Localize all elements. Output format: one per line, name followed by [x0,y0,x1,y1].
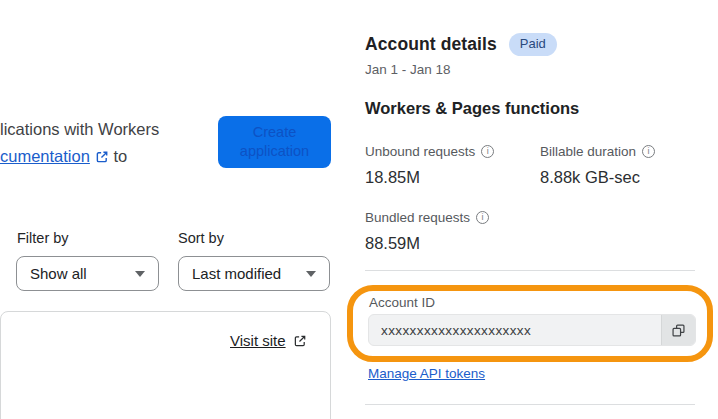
stat-label: Unbound requests [365,144,475,159]
functions-section-title: Workers & Pages functions [365,99,579,118]
intro-suffix: to [113,147,127,165]
date-range: Jan 1 - Jan 18 [365,62,451,77]
info-icon[interactable]: i [642,145,655,158]
intro-line1: lications with Workers [0,120,159,138]
stat-unbound-requests: Unbound requests i 18.85M [365,144,540,187]
account-id-input[interactable] [369,315,661,345]
stat-label: Bundled requests [365,210,470,225]
account-id-label: Account ID [369,295,435,310]
info-icon[interactable]: i [481,145,494,158]
divider [365,270,695,271]
info-icon[interactable]: i [476,211,489,224]
documentation-link[interactable]: cumentation [0,147,90,165]
project-card [0,311,331,419]
filter-by-label: Filter by [17,230,69,246]
stat-label: Billable duration [540,144,636,159]
visit-site-label: Visit site [230,332,286,349]
external-link-icon [293,334,307,348]
divider [365,404,695,405]
account-id-field-group [368,314,696,346]
manage-api-tokens-link[interactable]: Manage API tokens [368,366,485,381]
account-details-title: Account details [365,34,497,55]
stat-billable-duration: Billable duration i 8.88k GB-sec [540,144,715,187]
sort-dropdown-value: Last modified [192,265,281,282]
workers-pages-dashboard: lications with Workers cumentation to Cr… [0,0,718,419]
stat-bundled-requests: Bundled requests i 88.59M [365,210,540,253]
chevron-down-icon [306,271,316,277]
create-button-line2: application [240,143,309,159]
copy-icon [671,323,686,338]
copy-account-id-button[interactable] [661,315,695,345]
sort-by-label: Sort by [178,230,224,246]
chevron-down-icon [135,271,145,277]
create-button-line1: Create [253,124,297,140]
paid-badge: Paid [509,33,557,56]
stat-value: 8.88k GB-sec [540,168,715,187]
visit-site-link[interactable]: Visit site [230,332,307,349]
filter-dropdown-value: Show all [30,265,87,282]
create-application-button[interactable]: Create application [218,116,331,168]
intro-text: lications with Workers cumentation to [0,116,159,172]
sort-dropdown[interactable]: Last modified [178,256,330,291]
stat-value: 18.85M [365,168,540,187]
stat-value: 88.59M [365,234,540,253]
filter-dropdown[interactable]: Show all [16,256,159,291]
external-link-icon [95,145,109,172]
